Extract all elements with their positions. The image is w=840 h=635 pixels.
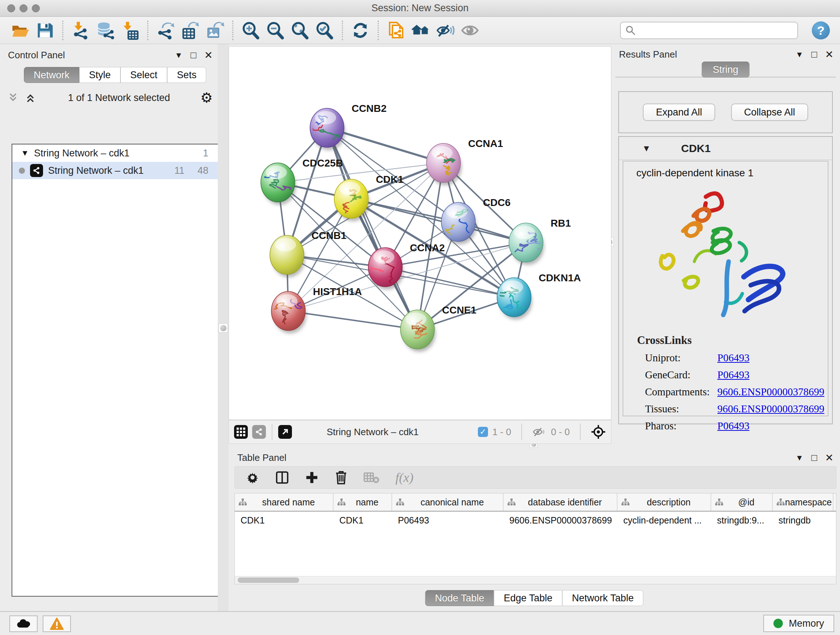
zoom-selected-button[interactable] — [315, 21, 334, 40]
column-header--id[interactable]: @id — [711, 494, 773, 511]
tab-string[interactable]: String — [701, 62, 750, 78]
table-cell[interactable]: CDK1 — [235, 511, 333, 529]
network-node-CDK1[interactable]: CDK1 — [334, 174, 403, 221]
collapse-all-button[interactable]: Collapse All — [731, 103, 808, 121]
cloud-status-button[interactable] — [9, 616, 38, 632]
tab-network[interactable]: Network — [24, 67, 79, 83]
network-graph[interactable]: CCNB2CCNA1CDC25BCDK1CDC6RB1CCNB1CCNA2CDK… — [229, 47, 611, 420]
current-network-indicator — [19, 168, 25, 174]
hidden-eye-icon[interactable] — [532, 426, 546, 437]
refresh-button[interactable] — [351, 21, 370, 40]
network-edge[interactable] — [385, 242, 526, 267]
crosslink-value-link[interactable]: P06493 — [717, 420, 750, 432]
show-details-button[interactable] — [461, 21, 479, 40]
table-panel-float-icon[interactable]: □ — [812, 452, 817, 463]
export-image-button[interactable] — [205, 21, 224, 40]
network-node-CDC25B[interactable]: CDC25B — [261, 157, 343, 205]
crosslink-value-link[interactable]: 9606.ENSP00000378699 — [717, 403, 824, 415]
memory-status-icon — [774, 619, 783, 628]
network-collection-row[interactable]: ▼ String Network – cdk1 1 — [12, 144, 218, 162]
zoom-in-button[interactable] — [241, 21, 260, 40]
help-button[interactable]: ? — [812, 21, 830, 40]
table-cell[interactable]: P06493 — [392, 511, 504, 529]
save-session-button[interactable] — [35, 21, 54, 40]
column-header-shared-name[interactable]: shared name — [235, 494, 333, 511]
column-header-name[interactable]: name — [333, 494, 392, 511]
function-builder-icon[interactable]: f(x) — [395, 470, 414, 485]
expand-all-icon[interactable] — [25, 92, 38, 103]
table-cell[interactable]: 9606.ENSP00000378699 — [504, 511, 617, 529]
export-network-button[interactable] — [156, 21, 175, 40]
column-header-description[interactable]: description — [617, 494, 711, 511]
control-panel-float-icon[interactable]: □ — [191, 50, 196, 61]
network-node-CDKN1A[interactable]: CDKN1A — [497, 272, 581, 320]
network-options-gear-icon[interactable]: ⚙ — [201, 91, 213, 105]
add-column-icon[interactable] — [305, 470, 319, 485]
network-node-HIST1H1A[interactable]: HIST1H1A — [270, 286, 362, 333]
table-horizontal-scrollbar[interactable] — [235, 576, 836, 584]
table-panel-close-icon[interactable]: ✕ — [825, 452, 834, 464]
table-cell[interactable]: CDK1 — [333, 511, 392, 529]
table-cell[interactable]: cyclin-dependent ... — [617, 511, 711, 529]
tab-select[interactable]: Select — [120, 67, 167, 83]
table-panel-collapse-icon[interactable]: ▼ — [796, 453, 804, 463]
network-node-RB1[interactable]: RB1 — [509, 218, 571, 265]
first-neighbors-button[interactable] — [387, 21, 406, 40]
birds-eye-view-icon[interactable] — [234, 425, 248, 439]
collapse-protein-icon[interactable]: ▼ — [642, 143, 651, 154]
show-all-button[interactable] — [411, 21, 430, 40]
search-input[interactable] — [636, 25, 788, 36]
selected-checkbox[interactable]: ✓ — [478, 427, 488, 437]
results-panel-float-icon[interactable]: □ — [812, 49, 817, 60]
network-node-CDC6[interactable]: CDC6 — [441, 197, 510, 244]
table-cell[interactable]: stringdb — [773, 511, 834, 529]
tab-edge-table[interactable]: Edge Table — [494, 590, 562, 606]
column-header-namespace[interactable]: namespace — [773, 494, 834, 511]
network-row-selected[interactable]: String Network – cdk1 11 48 — [12, 162, 218, 179]
network-canvas[interactable]: CCNB2CCNA1CDC25BCDK1CDC6RB1CCNB1CCNA2CDK… — [229, 46, 611, 420]
scrollbar-thumb[interactable] — [238, 578, 299, 583]
network-node-CCNE1[interactable]: CCNE1 — [401, 304, 477, 352]
network-node-CCNA1[interactable]: CCNA1 — [426, 138, 503, 185]
tab-sets[interactable]: Sets — [167, 67, 206, 83]
crosslink-value-link[interactable]: 9606.ENSP00000378699 — [717, 386, 824, 398]
search-box[interactable] — [620, 22, 798, 39]
zoom-out-button[interactable] — [266, 21, 285, 40]
table-cell[interactable]: stringdb:9... — [711, 511, 773, 529]
protein-card-header[interactable]: ▼ CDK1 — [619, 137, 832, 160]
control-panel-close-icon[interactable]: ✕ — [204, 49, 213, 61]
crosslink-value-link[interactable]: P06493 — [717, 369, 750, 381]
import-network-button[interactable] — [71, 21, 90, 40]
open-file-button[interactable] — [11, 21, 30, 40]
zoom-fit-button[interactable] — [291, 21, 309, 40]
node-selection-mode-icon[interactable] — [591, 424, 606, 440]
results-panel-collapse-icon[interactable]: ▼ — [796, 50, 804, 59]
network-edge[interactable] — [288, 311, 417, 329]
tab-style[interactable]: Style — [79, 67, 120, 83]
import-table-button[interactable] — [120, 21, 139, 40]
memory-button[interactable]: Memory — [763, 615, 834, 632]
column-header-canonical-name[interactable]: canonical name — [392, 494, 504, 511]
column-header-database-identifier[interactable]: database identifier — [504, 494, 617, 511]
table-settings-gear-icon[interactable] — [246, 470, 259, 485]
network-badge-icon[interactable] — [252, 425, 266, 439]
left-splitter-handle[interactable] — [218, 323, 228, 333]
table-row[interactable]: CDK1CDK1P064939606.ENSP00000378699cyclin… — [235, 511, 836, 529]
export-table-button[interactable] — [181, 21, 200, 40]
warnings-button[interactable] — [43, 616, 71, 632]
delete-table-icon[interactable] — [363, 471, 379, 484]
show-columns-icon[interactable] — [275, 470, 289, 485]
network-node-CCNB2[interactable]: CCNB2 — [297, 103, 387, 150]
expand-all-button[interactable]: Expand All — [643, 103, 715, 121]
import-network-from-database-button[interactable] — [96, 21, 115, 40]
crosslink-value-link[interactable]: P06493 — [717, 352, 750, 364]
delete-column-trash-icon[interactable] — [335, 470, 347, 485]
collapse-all-icon[interactable] — [8, 92, 20, 103]
control-panel-collapse-icon[interactable]: ▼ — [175, 51, 183, 60]
tree-expand-icon[interactable]: ▼ — [21, 149, 30, 158]
results-panel-close-icon[interactable]: ✕ — [825, 49, 834, 60]
hide-details-button[interactable] — [436, 21, 455, 40]
open-external-icon[interactable] — [278, 425, 292, 439]
tab-node-table[interactable]: Node Table — [425, 590, 494, 606]
tab-network-table[interactable]: Network Table — [562, 590, 644, 606]
